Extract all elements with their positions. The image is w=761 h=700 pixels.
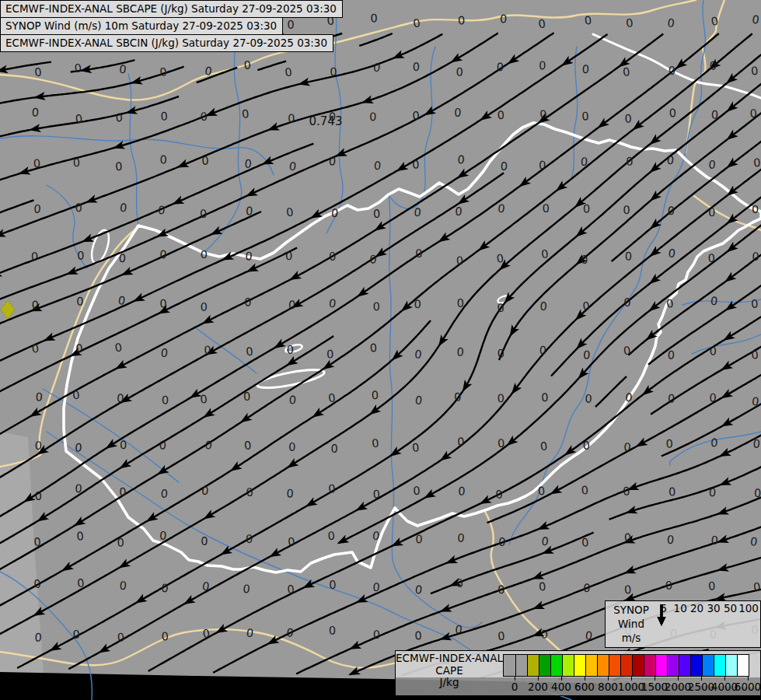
cape-value-label: 0 xyxy=(582,439,590,452)
cape-value-label: 0 xyxy=(667,205,675,217)
cape-value-label: 0 xyxy=(76,576,85,590)
cape-value-label: 0 xyxy=(708,206,716,219)
cape-value-label: 0 xyxy=(497,583,505,596)
cape-value-label: 0 xyxy=(241,107,250,121)
wind-legend: SYNOP Wind m/s 510203050100 xyxy=(605,600,761,648)
cape-value-label: 0 xyxy=(708,486,717,499)
cape-value-label: 0 xyxy=(710,534,719,547)
cape-value-label: 0 xyxy=(243,58,251,72)
cape-swatch xyxy=(679,655,690,676)
cape-value-label: 0 xyxy=(75,201,82,214)
cape-value-label: 0 xyxy=(414,629,422,642)
cape-value-label: 0 xyxy=(77,250,84,262)
cape-swatch xyxy=(644,655,655,676)
cape-value-label: 0 xyxy=(159,297,166,310)
cape-legend: ECMWF-INDEX-ANAL CAPE J/kg 0200400600800… xyxy=(395,650,761,696)
cape-value-label: 0 xyxy=(415,533,423,545)
cape-value-label: 0 xyxy=(413,485,421,498)
cape-value-label: 0 xyxy=(160,153,168,166)
header-line-sbcin: ECMWF-INDEX-ANAL SBCIN (J/kg) Saturday 2… xyxy=(0,34,333,52)
cape-value-label: 0 xyxy=(372,488,380,501)
cape-value-label: 0 xyxy=(539,299,547,313)
cape-value-label: 0 xyxy=(624,112,632,124)
cape-value-label: 0 xyxy=(458,485,466,498)
cape-value-label: 0 xyxy=(413,61,420,73)
cape-value-label: 0 xyxy=(31,250,38,263)
cape-value-label: 0 xyxy=(456,66,463,79)
cape-value-label: 0 xyxy=(159,529,168,542)
cape-value-label: 0 xyxy=(204,344,211,357)
cape-value-label: 0 xyxy=(372,300,380,313)
cape-value-label: 0 xyxy=(542,202,550,215)
wind-speed-label: 10 xyxy=(674,603,687,614)
cape-value-label: 0 xyxy=(76,530,85,543)
cape-swatch xyxy=(667,655,679,676)
cape-swatch xyxy=(632,655,644,676)
cape-value-label: 0 xyxy=(76,296,83,308)
cape-value-label: 0 xyxy=(752,437,761,450)
cape-value-label: 0 xyxy=(243,583,251,596)
cape-value-label: 0 xyxy=(500,159,508,173)
cape-value-label: 0 xyxy=(497,61,504,73)
cape-value-label: 0 xyxy=(372,628,380,642)
cape-value-label: 0 xyxy=(243,390,251,403)
cape-value-label: 0 xyxy=(72,628,81,641)
cape-value-label: 0 xyxy=(497,392,505,404)
cape-value-label: 0 xyxy=(200,393,208,406)
cape-value-label: 0 xyxy=(285,250,293,262)
cape-value-label: 0 xyxy=(626,155,634,167)
header-line-wind: SYNOP Wind (m/s) 10m Saturday 27-09-2025… xyxy=(0,17,283,35)
wind-legend-title-line2: Wind xyxy=(606,617,657,631)
cape-value-label: 0 xyxy=(118,63,127,76)
cape-value-label: 0 xyxy=(201,485,210,498)
cape-value-label: 0 xyxy=(585,393,592,405)
cape-value-label: 0 xyxy=(287,583,295,596)
cape-value-label: 0 xyxy=(246,486,253,499)
cape-value-label: 0 xyxy=(623,204,630,216)
cape-value-label: 0 xyxy=(457,153,466,166)
cape-value-label: 0 xyxy=(412,158,420,170)
cape-swatch xyxy=(597,655,609,676)
cape-value-label: 0 xyxy=(580,156,588,169)
cape-value-label: 0 xyxy=(415,247,424,260)
cape-value-label: 0 xyxy=(327,530,335,543)
cape-value-label: 0 xyxy=(414,298,421,310)
weather-analysis-map: 0000000000000000000000000000000000000000… xyxy=(0,0,761,700)
cape-value-label: 0 xyxy=(623,296,631,309)
cape-swatch xyxy=(562,655,574,676)
cape-value-label: 0 xyxy=(541,391,549,404)
cape-value-label: 0 xyxy=(201,535,208,548)
cape-value-label: 0 xyxy=(538,580,546,593)
cape-value-label: 0 xyxy=(328,155,337,168)
cape-colorbar xyxy=(503,654,749,677)
cape-value-label: 0 xyxy=(541,535,550,548)
wind-speed-item: 100 xyxy=(738,603,759,614)
cape-value-label: 0 xyxy=(668,393,675,405)
cape-swatch xyxy=(702,655,714,676)
cape-value-label: 0 xyxy=(710,345,717,357)
cape-value-label: 0 xyxy=(752,203,759,215)
cape-legend-title: ECMWF-INDEX-ANAL CAPE J/kg xyxy=(396,653,503,689)
cape-value-label: 0 xyxy=(710,436,718,450)
cape-swatch xyxy=(515,655,527,676)
cape-value-label: 0 xyxy=(288,299,296,311)
cape-swatch xyxy=(585,655,597,676)
cape-value-label: 0 xyxy=(411,441,420,454)
cape-value-label: 0 xyxy=(581,253,588,265)
cape-value-label: 0 xyxy=(539,159,546,172)
cape-value-label: 0 xyxy=(456,345,464,359)
cape-value-label: 0 xyxy=(453,390,462,404)
cape-value-label: 0 xyxy=(369,253,377,265)
cape-value-label: 0 xyxy=(326,348,334,360)
cape-value-label: 0 xyxy=(710,295,718,308)
cape-value-label: 0 xyxy=(201,155,209,168)
cape-value-label: 0 xyxy=(710,59,717,72)
cape-value-label: 0 xyxy=(625,250,632,263)
cape-value-label: 0 xyxy=(708,158,717,171)
cape-value-label: 0 xyxy=(665,579,672,592)
cape-value-label: 0 xyxy=(372,581,381,594)
cape-swatch xyxy=(620,655,632,676)
cape-value-label: 0 xyxy=(244,157,252,170)
cape-value-label: 0 xyxy=(118,252,126,264)
cape-value-label: 0 xyxy=(668,485,676,498)
